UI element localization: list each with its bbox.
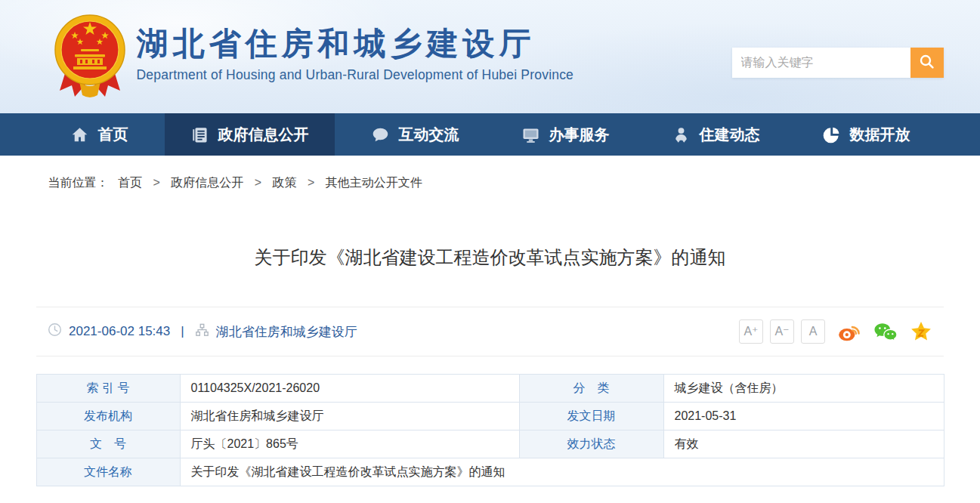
- clock-icon: [48, 322, 69, 341]
- qzone-icon[interactable]: [910, 320, 932, 343]
- article: 关于印发《湖北省建设工程造价改革试点实施方案》的通知 2021-06-02 15…: [0, 245, 980, 486]
- value-category: 城乡建设（含住房）: [663, 375, 944, 403]
- page: 湖北省住房和城乡建设厅 Department of Housing and Ur…: [0, 0, 980, 503]
- pie-chart-icon: [822, 125, 841, 144]
- value-publisher: 湖北省住房和城乡建设厅: [180, 403, 519, 430]
- breadcrumb-gov-info[interactable]: 政府信息公开: [171, 176, 243, 189]
- chat-bubble-icon: [371, 125, 390, 144]
- table-row: 文 号 厅头〔2021〕865号 效力状态 有效: [36, 430, 944, 458]
- site-title: 湖北省住房和城乡建设厅: [137, 26, 574, 62]
- breadcrumb-separator: >: [308, 176, 314, 189]
- article-meta-bar: 2021-06-02 15:43 | 湖北省住房和城乡建设厅 A⁺: [36, 307, 944, 356]
- weibo-icon[interactable]: [837, 320, 861, 343]
- wechat-icon[interactable]: [873, 320, 898, 343]
- table-row: 索 引 号 01104325X/2021-26020 分 类 城乡建设（含住房）: [36, 375, 944, 403]
- national-emblem-logo: [52, 12, 128, 103]
- search-input[interactable]: [732, 48, 910, 78]
- site-header: 湖北省住房和城乡建设厅 Department of Housing and Ur…: [0, 0, 980, 113]
- value-publish-date: 2021-05-31: [663, 403, 944, 430]
- monitor-icon: [521, 125, 540, 144]
- label-doc-number: 文 号: [36, 430, 180, 458]
- breadcrumb-separator: >: [255, 176, 261, 189]
- font-increase-button[interactable]: A⁺: [739, 319, 763, 344]
- value-doc-name: 关于印发《湖北省建设工程造价改革试点实施方案》的通知: [180, 458, 944, 486]
- site-search: [732, 48, 944, 78]
- search-button[interactable]: [910, 48, 944, 78]
- home-icon: [70, 125, 89, 144]
- breadcrumb-separator: >: [153, 176, 159, 189]
- article-source: 湖北省住房和城乡建设厅: [216, 323, 357, 341]
- breadcrumb-other-docs[interactable]: 其他主动公开文件: [326, 176, 422, 189]
- breadcrumb-policy[interactable]: 政策: [272, 176, 296, 189]
- breadcrumb-home[interactable]: 首页: [118, 176, 142, 189]
- table-row: 发布机构 湖北省住房和城乡建设厅 发文日期 2021-05-31: [36, 403, 944, 430]
- label-validity-status: 效力状态: [519, 430, 663, 458]
- value-doc-number: 厅头〔2021〕865号: [180, 430, 519, 458]
- label-index-number: 索 引 号: [36, 375, 180, 403]
- meta-separator: |: [181, 324, 184, 339]
- nav-item-home[interactable]: 首页: [45, 113, 154, 156]
- label-publish-date: 发文日期: [519, 403, 663, 430]
- font-decrease-button[interactable]: A⁻: [770, 319, 794, 344]
- search-icon: [918, 53, 936, 73]
- publish-time: 2021-06-02 15:43: [69, 324, 170, 339]
- label-doc-name: 文件名称: [36, 458, 180, 486]
- main-nav: 首页 政府信息公开: [0, 113, 980, 156]
- document-info-table: 索 引 号 01104325X/2021-26020 分 类 城乡建设（含住房）…: [36, 374, 944, 486]
- nav-item-gov-info[interactable]: 政府信息公开: [165, 113, 335, 156]
- person-badge-icon: [672, 125, 691, 144]
- article-title: 关于印发《湖北省建设工程造价改革试点实施方案》的通知: [0, 245, 980, 270]
- nav-item-news[interactable]: 住建动态: [646, 113, 786, 156]
- breadcrumb: 当前位置： 首页 > 政府信息公开 > 政策 > 其他主动公开文件: [37, 175, 944, 191]
- nav-item-open-data[interactable]: 数据开放: [796, 113, 936, 156]
- nav-item-services[interactable]: 办事服务: [496, 113, 635, 156]
- nav-item-interaction[interactable]: 互动交流: [345, 113, 485, 156]
- font-reset-button[interactable]: A: [801, 319, 825, 344]
- document-icon: [190, 125, 209, 144]
- label-publisher: 发布机构: [36, 403, 180, 430]
- table-row: 文件名称 关于印发《湖北省建设工程造价改革试点实施方案》的通知: [36, 458, 944, 486]
- site-subtitle-en: Department of Housing and Urban-Rural De…: [137, 67, 574, 83]
- label-category: 分 类: [519, 375, 663, 403]
- breadcrumb-prefix: 当前位置：: [48, 176, 109, 189]
- value-validity-status: 有效: [663, 430, 944, 458]
- source-icon: [195, 323, 216, 341]
- value-index-number: 01104325X/2021-26020: [180, 375, 519, 403]
